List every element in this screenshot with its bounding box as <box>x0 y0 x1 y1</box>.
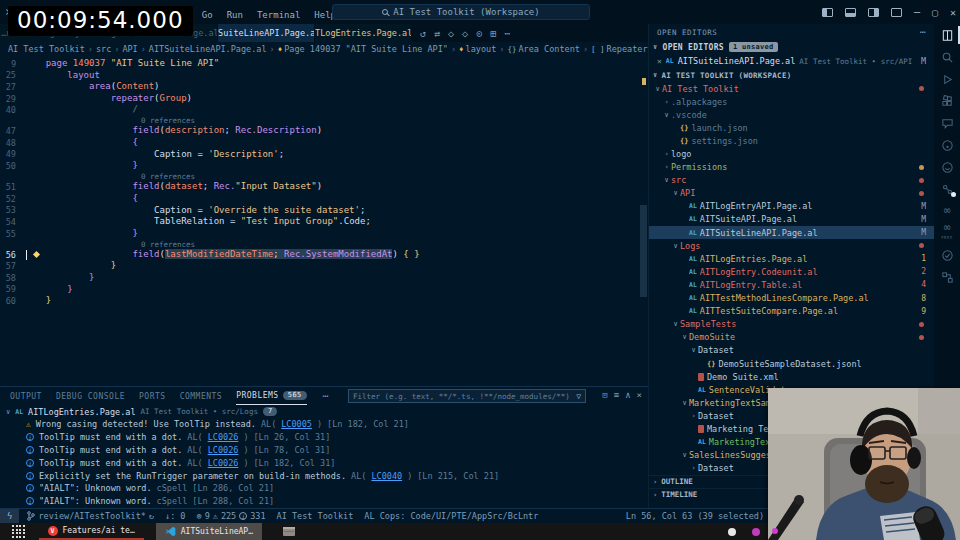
open-editor-item[interactable]: ✕ AL AITSuiteLineAPI.Page.al AI Test Too… <box>649 54 934 68</box>
explorer-icon[interactable] <box>934 24 960 46</box>
tree-item-aittestsuitecompare-page-al[interactable]: ALAITTestSuiteCompare.Page.al9 <box>649 305 934 318</box>
taskbar-window-files[interactable] <box>274 523 304 540</box>
problem-row[interactable]: iExplicitly set the RunTrigger parameter… <box>0 469 648 482</box>
code-line-40[interactable]: 40 / <box>0 104 648 116</box>
code-line-57[interactable]: 57 } <box>0 260 648 272</box>
account-icon[interactable] <box>934 156 960 178</box>
symbols-icon[interactable] <box>934 266 960 288</box>
tree-item-dataset[interactable]: ∨Dataset <box>649 344 934 357</box>
code-line-56[interactable]: 56 field(lastModifiedDateTime; Rec.Syste… <box>0 249 648 261</box>
panel-tab-output[interactable]: OUTPUT <box>10 392 42 401</box>
collapse-panel-icon[interactable]: ∧ <box>625 390 630 400</box>
infinity-free-icon[interactable]: ∞FREE <box>934 222 960 244</box>
panel-tab-debug-console[interactable]: DEBUG CONSOLE <box>56 392 125 401</box>
open-editors-section[interactable]: ∨ OPEN EDITORS 1 unsaved <box>649 40 934 54</box>
breadcrumb-item[interactable]: Page 149037 "AIT Suite Line API" <box>284 44 448 54</box>
checklist-icon[interactable] <box>934 244 960 266</box>
tray-icon-1[interactable] <box>728 528 736 536</box>
tray-icon-2[interactable] <box>752 528 760 536</box>
problem-row[interactable]: i"AIALT": Unknown word.cSpell[Ln 286, Co… <box>0 482 648 495</box>
problem-code-link[interactable]: LC0026 <box>208 445 239 455</box>
tree-item-ai-test-toolkit[interactable]: ∨AI Test Toolkit <box>649 82 934 95</box>
tab-aitsuitelineapi-page-al[interactable]: AITSuiteLineAPI.Page.alM <box>218 24 315 42</box>
app-launcher-icon[interactable] <box>12 525 25 538</box>
github-icon[interactable] <box>934 134 960 156</box>
code-line-29[interactable]: 29 repeater(Group) <box>0 93 648 105</box>
tree-item--alpackages[interactable]: ›.alpackages <box>649 95 934 108</box>
problem-row[interactable]: iToolTip must end with a dot.AL(LC0026)[… <box>0 444 648 457</box>
panel-tab-problems[interactable]: PROBLEMS565 <box>236 387 307 405</box>
workspace-section-header[interactable]: ∨ AI TEST TOOLKIT (WORKSPACE) <box>649 68 934 82</box>
code-line-58[interactable]: 58 } <box>0 272 648 284</box>
code-line-51[interactable]: 51 field(dataset; Rec."Input Dataset") <box>0 181 648 193</box>
tree-item-launch-json[interactable]: {}launch.json <box>649 121 934 134</box>
minimize-icon[interactable]: ─ <box>914 7 920 18</box>
codelens-label[interactable]: 0 references <box>141 116 195 125</box>
run-debug-icon[interactable] <box>934 68 960 90</box>
tree-item-logo[interactable]: ›logo <box>649 147 934 160</box>
more-actions-icon[interactable]: ⋯ <box>504 28 510 39</box>
code-line-50[interactable]: 50 } <box>0 160 648 172</box>
tree-item-aitlogentry-codeunit-al[interactable]: ALAITLogEntry.Codeunit.al2 <box>649 265 934 278</box>
code-line-27[interactable]: 27 area(Content) <box>0 81 648 93</box>
tree-item--vscode[interactable]: ∨.vscode <box>649 108 934 121</box>
toggle-secondary-sidebar-icon[interactable] <box>868 8 879 17</box>
problems-file-group[interactable]: ∨ALAITLogEntries.Page.alAI Test Toolkit … <box>0 405 648 418</box>
tree-item-permissions[interactable]: ›Permissions <box>649 161 934 174</box>
tree-item-aitsuitelineapi-page-al[interactable]: ALAITSuiteLineAPI.Page.alM <box>649 226 934 239</box>
customize-layout-icon[interactable] <box>891 8 902 17</box>
al-cops-status[interactable]: AL Cops: Code/UI/PTE/AppSrc/BcLntr <box>364 511 538 521</box>
maximize-icon[interactable]: ▢ <box>932 7 938 18</box>
problems-status[interactable]: ⊗9⚠225i331 <box>197 511 266 521</box>
breadcrumb-item[interactable]: AITSuiteLineAPI.Page.al <box>149 44 267 54</box>
problem-code-link[interactable]: LC0040 <box>371 471 402 481</box>
breadcrumb-item[interactable]: API <box>122 44 137 54</box>
code-line-47[interactable]: 47 field(description; Rec.Description) <box>0 125 648 137</box>
view-as-table-icon[interactable]: ≡ <box>614 390 619 400</box>
panel-tab-comments[interactable]: COMMENTS <box>180 392 223 401</box>
code-line-9[interactable]: 9 page 149037 "AIT Suite Line API" <box>0 58 648 70</box>
comments-icon[interactable] <box>934 112 960 134</box>
filter-input[interactable] <box>349 392 576 401</box>
problem-row[interactable]: ⚠Wrong casing detected! Use ToolTip inst… <box>0 418 648 431</box>
tree-item-aitlogentry-table-al[interactable]: ALAITLogEntry.Table.al4 <box>649 278 934 291</box>
next-change-icon[interactable]: ◇ <box>462 28 468 39</box>
git-branch-status[interactable]: review/AITestToolkit*↻ <box>27 511 154 521</box>
pending-count-status[interactable]: ↓: 0 <box>165 511 185 521</box>
tree-item-logs[interactable]: ∨Logs <box>649 239 934 252</box>
panel-tab-ports[interactable]: PORTS <box>139 392 166 401</box>
tree-item-aittestmethodlinescompare-page-al[interactable]: ALAITTestMethodLinesCompare.Page.al8 <box>649 292 934 305</box>
code-line-53[interactable]: 53 Caption = 'Override the suite dataset… <box>0 205 648 217</box>
code-line-49[interactable]: 49 Caption = 'Description'; <box>0 149 648 161</box>
tree-item-demosuitesampledataset-jsonl[interactable]: {}DemoSuiteSampleDataset.jsonl <box>649 357 934 370</box>
search-icon[interactable] <box>934 46 960 68</box>
tab-aitlogentries-page-al[interactable]: AITLogEntries.Page.al1 <box>315 24 412 42</box>
problem-row[interactable]: iToolTip must end with a dot.AL(LC0026)[… <box>0 456 648 469</box>
code-line-52[interactable]: 52 { <box>0 193 648 205</box>
breadcrumb-item[interactable]: Area Content <box>518 44 579 54</box>
problem-code-link[interactable]: LC0026 <box>208 458 239 468</box>
code-line-25[interactable]: 25 layout <box>0 70 648 82</box>
code-line-60[interactable]: 60 } <box>0 295 648 307</box>
split-editor-icon[interactable]: ⊞ <box>490 28 496 39</box>
tree-item-settings-json[interactable]: {}settings.json <box>649 134 934 147</box>
taskbar-window-vscode[interactable]: AITSuiteLineAP… <box>156 523 262 540</box>
toggle-sidebar-icon[interactable] <box>822 8 833 17</box>
pane-more-icon[interactable]: ⋯ <box>920 27 926 37</box>
extensions-icon[interactable] <box>934 90 960 112</box>
code-line-55[interactable]: 55 } <box>0 228 648 240</box>
tree-item-aitsuiteapi-page-al[interactable]: ALAITSuiteAPI.Page.alM <box>649 213 934 226</box>
menu-go[interactable]: Go <box>195 10 220 20</box>
menu-terminal[interactable]: Terminal <box>250 10 307 20</box>
cursor-position-status[interactable]: Ln 56, Col 63 (39 selected) <box>626 511 764 521</box>
tree-item-aitlogentries-page-al[interactable]: ALAITLogEntries.Page.al1 <box>649 252 934 265</box>
breadcrumb-item[interactable]: Repeater Group <box>607 44 648 54</box>
command-center[interactable]: AI Test Toolkit (Workspace) <box>332 4 590 20</box>
open-in-editor-icon[interactable]: ⊡ <box>602 390 607 400</box>
problem-code-link[interactable]: LC0005 <box>281 419 312 429</box>
code-line-59[interactable]: 59 } <box>0 284 648 296</box>
codelens-label[interactable]: 0 references <box>141 240 195 249</box>
problem-row[interactable]: iToolTip must end with a dot.AL(LC0026)[… <box>0 431 648 444</box>
remote-indicator[interactable]: ϟ <box>0 509 19 524</box>
menu-run[interactable]: Run <box>220 10 250 20</box>
